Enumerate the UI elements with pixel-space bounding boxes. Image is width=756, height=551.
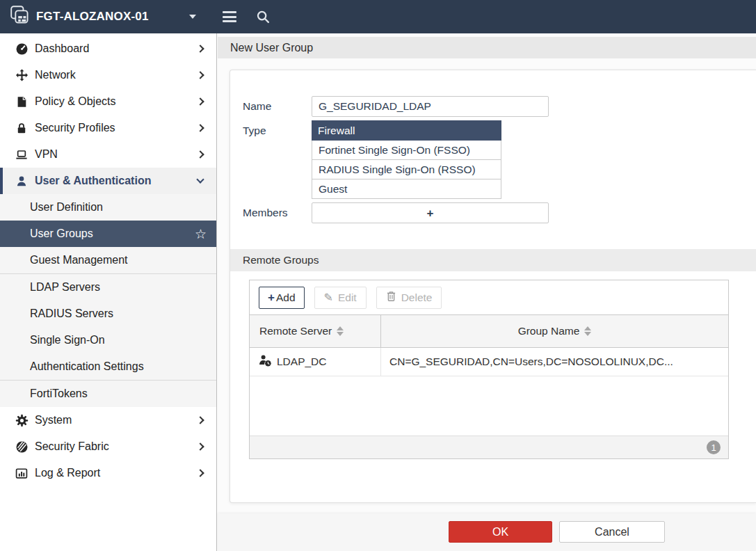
sidebar-item-policy-objects[interactable]: Policy & Objects [0, 88, 216, 115]
bar-chart-icon [14, 467, 29, 480]
name-input[interactable] [312, 96, 549, 117]
chevron-right-icon [196, 45, 204, 52]
sort-icon [584, 326, 591, 336]
sidebar-item-system[interactable]: System [0, 407, 216, 433]
delete-button[interactable]: Delete [376, 287, 442, 309]
name-row: Name [243, 96, 756, 117]
sidebar-item-user-definition[interactable]: User Definition [0, 194, 216, 221]
column-header-group-name[interactable]: Group Name [381, 315, 728, 347]
sidebar-item-fortitokens[interactable]: FortiTokens [0, 381, 216, 407]
chevron-right-icon [196, 150, 204, 158]
remote-groups-section-header: Remote Groups [230, 249, 756, 271]
laptop-icon [14, 148, 29, 161]
sidebar-item-label: Dashboard [35, 42, 198, 55]
ok-button[interactable]: OK [449, 521, 552, 543]
type-options: Firewall Fortinet Single Sign-On (FSSO) … [312, 120, 501, 199]
table-row[interactable]: LDAP_DC CN=G_SEGURIDAD,CN=Users,DC=NOSOL… [250, 348, 728, 376]
members-add-field[interactable]: + [312, 202, 549, 223]
pencil-icon: ✎ [324, 292, 333, 303]
sidebar-item-label: Log & Report [35, 467, 198, 479]
add-button[interactable]: + Add [259, 287, 305, 309]
name-label: Name [243, 96, 312, 113]
sidebar-item-network[interactable]: Network [0, 62, 216, 88]
page-header: New User Group [218, 37, 756, 58]
trash-icon [386, 291, 396, 305]
table-footer: 1 [250, 436, 728, 458]
table-header: Remote Server Group Name [250, 314, 728, 348]
sidebar-item-single-sign-on[interactable]: Single Sign-On [0, 327, 216, 353]
ldap-user-clock-icon [259, 354, 272, 369]
members-row: Members + [243, 202, 756, 223]
group-name-cell: CN=G_SEGURIDAD,CN=Users,DC=NOSOLOLINUX,D… [381, 348, 728, 376]
device-name: FGT-ALOZANOX-01 [36, 10, 149, 24]
sidebar-item-label: Policy & Objects [35, 95, 198, 108]
chevron-right-icon [196, 97, 204, 105]
sidebar-item-label: Security Fabric [35, 440, 198, 453]
type-label: Type [243, 120, 312, 137]
sidebar-item-dashboard[interactable]: Dashboard [0, 35, 216, 62]
user-group-form-card: Name Type Firewall Fortinet Single Sign-… [230, 70, 756, 503]
remote-groups-table: + Add ✎ Edit Delete [249, 280, 729, 459]
chevron-right-icon [196, 416, 204, 424]
sidebar-item-security-fabric[interactable]: Security Fabric [0, 433, 216, 460]
lock-icon [14, 122, 29, 135]
sidebar-item-authentication-settings[interactable]: Authentication Settings [0, 353, 216, 380]
sidebar-item-radius-servers[interactable]: RADIUS Servers [0, 301, 216, 327]
page-title: New User Group [230, 42, 313, 54]
chevron-right-icon [196, 469, 204, 477]
caret-down-icon [189, 15, 196, 19]
type-option-rsso[interactable]: RADIUS Single Sign-On (RSSO) [312, 159, 501, 179]
table-toolbar: + Add ✎ Edit Delete [250, 280, 728, 314]
fortigate-logo-icon [10, 5, 31, 29]
sidebar-item-label: VPN [35, 148, 198, 161]
search-icon[interactable] [256, 10, 271, 24]
fabric-icon [14, 440, 29, 454]
edit-button[interactable]: ✎ Edit [314, 287, 367, 309]
sidebar-item-label: System [35, 414, 198, 426]
document-icon [14, 95, 29, 109]
type-row: Type Firewall Fortinet Single Sign-On (F… [243, 120, 756, 199]
chevron-right-icon [196, 71, 204, 79]
sidebar-item-label: Security Profiles [35, 122, 198, 134]
type-option-firewall[interactable]: Firewall [312, 120, 501, 141]
type-option-fsso[interactable]: Fortinet Single Sign-On (FSSO) [312, 140, 501, 160]
cancel-button[interactable]: Cancel [559, 521, 665, 543]
main-content: New User Group Name Type Firewall Fortin… [218, 33, 756, 551]
sidebar-item-ldap-servers[interactable]: LDAP Servers [0, 274, 216, 301]
table-empty-area [250, 376, 728, 436]
remote-server-cell: LDAP_DC [250, 348, 381, 376]
topbar: FGT-ALOZANOX-01 [0, 0, 756, 33]
sidebar-item-label: Network [35, 69, 198, 81]
sidebar-item-label: User & Authentication [35, 175, 198, 187]
sidebar-item-log-report[interactable]: Log & Report [0, 460, 216, 486]
gear-icon [14, 414, 29, 427]
chevron-down-icon [196, 175, 204, 183]
plus-icon: + [268, 291, 275, 305]
gauge-icon [14, 42, 29, 56]
device-selector[interactable]: FGT-ALOZANOX-01 [0, 5, 196, 29]
page-number-badge[interactable]: 1 [707, 440, 721, 454]
sidebar-item-vpn[interactable]: VPN [0, 141, 216, 168]
sidebar-item-user-groups[interactable]: User Groups ☆ [0, 221, 216, 247]
sidebar-item-security-profiles[interactable]: Security Profiles [0, 115, 216, 141]
footer-action-bar: OK Cancel [218, 513, 756, 551]
plus-icon: + [427, 207, 434, 219]
sidebar-item-guest-management[interactable]: Guest Management [0, 247, 216, 273]
sidebar: Dashboard Network Policy & Objects Secur… [0, 33, 217, 551]
chevron-right-icon [196, 124, 204, 131]
menu-icon[interactable] [223, 11, 236, 22]
fortigate-admin-screen: FGT-ALOZANOX-01 Dashboard Network [0, 0, 756, 551]
sort-icon [337, 326, 344, 336]
move-arrows-icon [14, 69, 29, 82]
column-header-remote-server[interactable]: Remote Server [250, 315, 381, 347]
sidebar-item-user-authentication[interactable]: User & Authentication [0, 168, 216, 194]
user-icon [14, 175, 29, 188]
type-option-guest[interactable]: Guest [312, 179, 501, 199]
members-label: Members [243, 202, 312, 219]
star-icon[interactable]: ☆ [195, 227, 207, 241]
chevron-right-icon [196, 442, 204, 450]
